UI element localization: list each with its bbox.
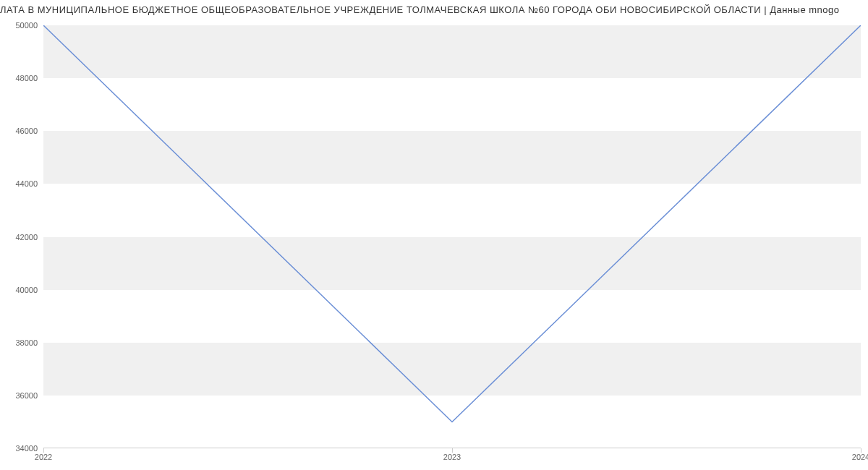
y-axis-label: 42000 xyxy=(15,233,43,242)
y-axis-label: 36000 xyxy=(15,391,43,400)
x-tick xyxy=(43,448,44,453)
y-axis-label: 38000 xyxy=(15,338,43,347)
plot-area: 3400036000380004000042000440004600048000… xyxy=(43,25,861,448)
x-tick xyxy=(861,448,861,453)
y-axis-label: 46000 xyxy=(15,127,43,135)
x-tick xyxy=(452,448,453,453)
chart-svg xyxy=(43,25,861,448)
y-axis-label: 50000 xyxy=(15,21,43,30)
data-line xyxy=(43,25,861,422)
x-axis-label: 2024 xyxy=(852,448,868,461)
chart-title: ЛАТА В МУНИЦИПАЛЬНОЕ БЮДЖЕТНОЕ ОБЩЕОБРАЗ… xyxy=(0,0,868,15)
y-axis-label: 40000 xyxy=(15,286,43,294)
y-axis-label: 48000 xyxy=(15,74,43,82)
y-axis-label: 44000 xyxy=(15,179,43,188)
chart-container: ЛАТА В МУНИЦИПАЛЬНОЕ БЮДЖЕТНОЕ ОБЩЕОБРАЗ… xyxy=(0,0,868,470)
